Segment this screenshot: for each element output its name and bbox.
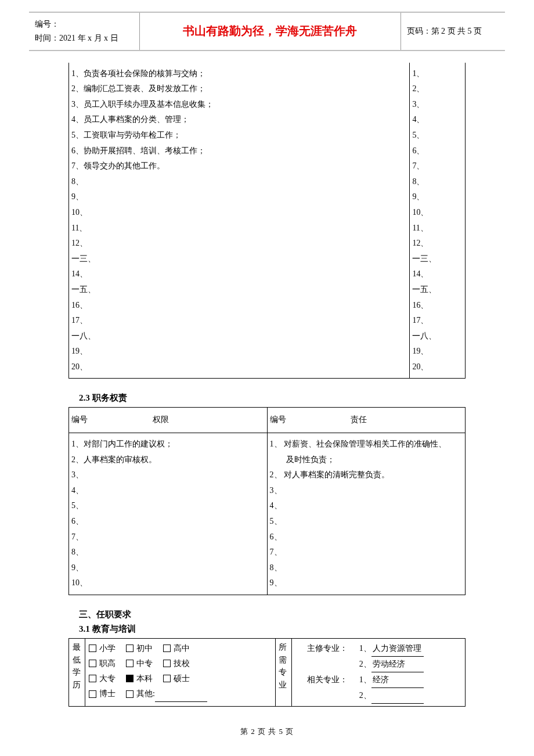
duty-line: 19、 (71, 344, 407, 359)
duty-num: 3、 (412, 97, 463, 113)
checkbox-label: 高中 (174, 641, 190, 656)
related-value-1: 1、经济 (359, 672, 461, 688)
duty-line: 11、 (71, 221, 407, 236)
edu-row-4: 博士 其他: (89, 686, 272, 702)
checkbox-associate[interactable]: 大专 (89, 671, 116, 686)
checkbox-label: 大专 (99, 671, 116, 686)
auth-left-body: 1、对部门内工作的建议权； 2、人事档案的审核权。 3、 4、 5、 6、 7、… (69, 433, 268, 595)
checkbox-bachelor[interactable]: 本科 (126, 671, 153, 686)
auth-right-line: 4、 (270, 498, 463, 514)
checkbox-label: 博士 (99, 686, 116, 701)
edu-left-label: 最低学历 (69, 639, 85, 707)
header-id-line: 编号： (35, 17, 134, 31)
auth-left-line: 3、 (71, 467, 265, 483)
checkbox-tech-secondary[interactable]: 中专 (126, 656, 153, 671)
checkbox-icon (126, 690, 134, 698)
duty-num: 10、 (412, 205, 463, 221)
checkbox-label: 中专 (136, 656, 153, 671)
header-title: 书山有路勤为径，学海无涯苦作舟 (139, 12, 400, 51)
auth-left-line: 9、 (71, 560, 265, 576)
edu-right-label: 所需专业 (275, 639, 291, 707)
page-footer: 第 2 页 共 5 页 (29, 726, 505, 737)
checkbox-icon (89, 690, 96, 698)
checkbox-icon (126, 645, 134, 652)
checkbox-icon (89, 675, 96, 682)
duty-line: 一三、 (71, 251, 407, 267)
auth-header-left: 编号 权限 (69, 408, 268, 433)
checkbox-label: 小学 (99, 641, 116, 656)
checkbox-primary[interactable]: 小学 (89, 641, 116, 656)
checkbox-junior[interactable]: 初中 (126, 641, 153, 656)
auth-right-line: 及时性负责； (270, 452, 463, 468)
edu-checkbox-area: 小学 初中 高中 职高 中专 技校 大专 本科 硕士 博士 其他: (85, 639, 276, 707)
checkbox-senior[interactable]: 高中 (163, 641, 190, 656)
page-header: 编号： 时间：2021 年 x 月 x 日 书山有路勤为径，学海无涯苦作舟 页码… (29, 12, 505, 51)
duty-line: 20、 (71, 359, 407, 375)
major-label: 主修专业： (295, 641, 359, 672)
checkbox-icon (163, 645, 171, 652)
auth-left-line: 5、 (71, 498, 265, 514)
duty-line: 1、负责各项社会保险的核算与交纳； (71, 66, 407, 82)
edu-row-2: 职高 中专 技校 (89, 656, 272, 671)
major-field: 劳动经济 (371, 657, 424, 672)
auth-left-line: 1、对部门内工作的建议权； (71, 437, 265, 452)
education-table: 最低学历 小学 初中 高中 职高 中专 技校 大专 本科 硕士 (68, 638, 466, 707)
auth-right-line: 5、 (270, 514, 463, 530)
header-page-label: 页码：第 2 页 共 5 页 (400, 12, 505, 51)
duty-num: 8、 (412, 174, 463, 190)
duty-line: 5、工资联审与劳动年检工作； (71, 128, 407, 143)
edu-row-3: 大专 本科 硕士 (89, 671, 272, 686)
duty-line: 14、 (71, 267, 407, 282)
duty-line: 3、员工入职手续办理及基本信息收集； (71, 97, 407, 113)
related-field[interactable] (371, 688, 424, 704)
duty-line: 17、 (71, 313, 407, 329)
duty-line: 9、 (71, 189, 407, 205)
checkbox-master[interactable]: 硕士 (163, 671, 190, 686)
checkbox-vocational-high[interactable]: 职高 (89, 656, 116, 671)
duty-num: 一五、 (412, 282, 463, 298)
auth-header-right: 编号 责任 (267, 408, 466, 433)
section-3-heading: 三、任职要求 (79, 609, 466, 620)
duty-line: 8、 (71, 174, 407, 190)
edu-right-label-text: 所需专业 (277, 641, 290, 692)
auth-right-body: 1、 对薪资、社会保险管理等相关工作的准确性、 及时性负责； 2、 对人事档案的… (267, 433, 466, 595)
duty-num: 20、 (412, 359, 463, 375)
duty-num: 1、 (412, 66, 463, 82)
duty-num: 一三、 (412, 251, 463, 267)
section-3-1-heading: 3.1 教育与培训 (79, 624, 466, 635)
checkbox-tech-school[interactable]: 技校 (163, 656, 190, 671)
duty-line: 6、协助开展招聘、培训、考核工作； (71, 143, 407, 159)
other-input-line[interactable] (155, 686, 207, 702)
major-value-2: 2、劳动经济 (359, 657, 461, 672)
checkbox-label: 本科 (136, 671, 153, 686)
edu-major-area: 主修专业： 1、人力资源管理 2、劳动经济 相关专业： 1、经济 2、 (291, 639, 465, 707)
checkbox-label: 技校 (174, 656, 190, 671)
auth-left-line: 8、 (71, 545, 265, 560)
duty-num: 14、 (412, 267, 463, 282)
checkbox-icon (163, 675, 171, 682)
related-field: 经济 (371, 672, 424, 688)
duty-num: 6、 (412, 143, 463, 159)
major-value-1: 1、人力资源管理 (359, 641, 461, 657)
duty-line: 4、员工人事档案的分类、管理； (71, 112, 407, 128)
auth-right-line: 9、 (270, 575, 463, 591)
auth-right-line: 7、 (270, 545, 463, 560)
auth-hdr-col2: 责任 (306, 412, 411, 428)
duty-line: 7、领导交办的其他工作。 (71, 159, 407, 174)
checkbox-icon (163, 660, 171, 667)
auth-left-line: 10、 (71, 575, 265, 591)
duty-num: 2、 (412, 81, 463, 97)
auth-right-line: 6、 (270, 530, 463, 545)
checkbox-icon (89, 660, 96, 667)
duty-num: 17、 (412, 313, 463, 329)
duty-num: 9、 (412, 189, 463, 205)
duty-line: 12、 (71, 236, 407, 251)
auth-hdr-col1: 权限 (109, 412, 213, 428)
checkbox-other[interactable]: 其他: (126, 686, 207, 702)
duties-right-column: 1、 2、 3、 4、 5、 6、 7、 8、 9、 10、 11、 12、 一… (410, 63, 466, 379)
duty-num: 11、 (412, 221, 463, 236)
duties-table: 1、负责各项社会保险的核算与交纳； 2、编制汇总工资表、及时发放工作； 3、员工… (68, 63, 466, 379)
auth-right-line: 3、 (270, 483, 463, 499)
checkbox-phd[interactable]: 博士 (89, 686, 116, 702)
header-id-cell: 编号： 时间：2021 年 x 月 x 日 (29, 12, 139, 51)
